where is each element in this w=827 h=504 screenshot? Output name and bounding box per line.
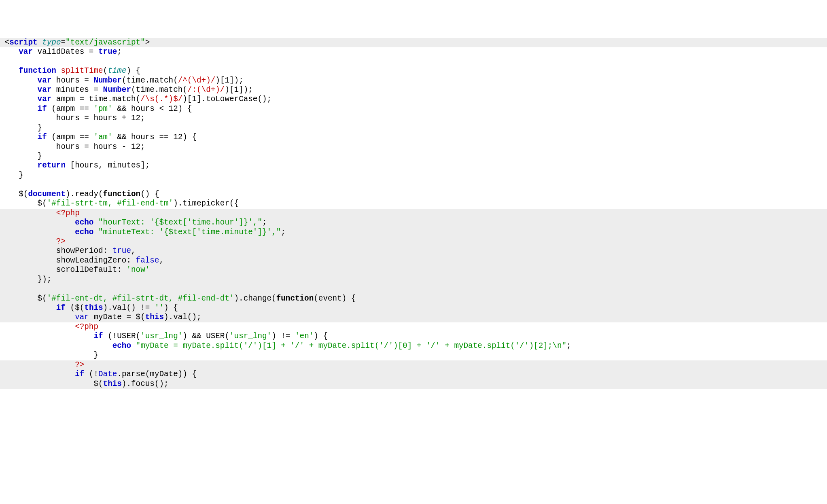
code-token [0,341,112,350]
code-token: } [0,152,42,161]
code-line: if ($(this).val() != '') { [0,303,827,313]
code-token: ).timepicker({ [173,199,239,208]
code-token [0,180,5,189]
code-token: var [38,85,52,94]
code-token: , [159,256,164,265]
code-token: ; [281,228,286,237]
code-token: $( [0,199,47,208]
code-line: hours = hours + 12; [0,114,827,123]
code-line: } [0,123,827,133]
code-line: return [hours, minutes]; [0,161,827,170]
code-token [0,228,75,237]
code-line: echo "myDate = myDate.split('/')[1] + '/… [0,341,827,351]
code-token: (!USER( [103,332,141,341]
code-token: (ampm == [47,133,94,142]
code-token: /^(\d+)/ [178,76,216,85]
code-token [0,66,19,75]
code-line: var minutes = Number(time.match(/:(\d+)/… [0,85,827,95]
code-token: true [98,47,117,56]
code-token: 'now' [126,265,150,274]
code-token: ?> [75,360,84,369]
code-line: } [0,351,827,360]
code-token [0,370,75,379]
code-token: [hours, minutes]; [66,161,150,170]
code-token: 'pm' [93,104,112,113]
code-token [0,237,56,246]
code-token: function [19,66,56,75]
code-token: } [0,351,98,360]
code-token [0,95,38,104]
code-line: $('#fil-strt-tm, #fil-end-tm').timepicke… [0,199,827,208]
code-token: if [75,370,84,379]
code-token: var [19,47,33,56]
code-token: ?> [56,237,66,246]
code-token: time [108,66,126,75]
code-token: (ampm == [47,104,94,113]
code-token [38,38,42,47]
code-line: ?> [0,237,827,246]
code-token: '#fil-ent-dt, #fil-strt-dt, #fil-end-dt' [47,294,234,303]
code-token: ) { [126,66,140,75]
code-token: /:(\d+)/ [187,85,225,94]
code-token: ; [117,47,122,56]
code-token: = [61,38,66,47]
code-line: $('#fil-ent-dt, #fil-strt-dt, #fil-end-d… [0,294,827,303]
code-token: ( [103,66,108,75]
code-token [93,228,98,237]
code-line: <?php [0,209,827,218]
code-token: ).val(); [164,313,201,322]
code-token: $( [0,294,47,303]
code-token: (! [84,370,98,379]
code-token: function [103,190,141,199]
code-token: if [38,104,47,113]
code-token: if [38,133,47,142]
code-token: && hours < 12) { [112,104,192,113]
code-token: ($( [66,303,84,312]
code-token: () { [140,190,159,199]
code-line: showPeriod: true, [0,246,827,256]
code-token: ampm = time.match( [51,95,140,104]
code-token: 'am' [93,133,112,142]
code-token: && hours == 12) { [112,133,197,142]
code-line: var validDates = true; [0,47,827,57]
code-token: )[1]); [215,76,243,85]
code-line: $(document).ready(function() { [0,190,827,199]
code-token: (time.match( [131,85,187,94]
code-token: /\s(.*)$/ [140,95,182,104]
code-token: Number [93,76,121,85]
code-token: ).focus(); [122,379,169,388]
code-token: var [38,76,52,85]
code-token: (event) { [314,294,356,303]
code-token: false [136,256,159,265]
code-line: var myDate = $(this).val(); [0,313,827,322]
code-token: ).change( [234,294,276,303]
code-token: ) { [314,332,328,341]
code-token: this [84,303,103,312]
code-token [0,313,75,322]
code-token: <?php [56,209,80,218]
code-line: } [0,171,827,180]
code-token: if [93,332,103,341]
code-token: script [9,38,37,47]
code-token: <?php [75,322,98,331]
code-token [0,284,5,293]
code-token: }); [0,275,51,284]
code-token: 'usr_lng' [229,332,271,341]
code-token: "hourText: '{$text['time.hour']}'," [98,218,262,227]
code-token [0,322,75,331]
code-token: echo [112,341,131,350]
code-line: if (!USER('usr_lng') && USER('usr_lng') … [0,332,827,341]
code-token: ) { [164,303,178,312]
code-line: var ampm = time.match(/\s(.*)$/)[1].toLo… [0,95,827,104]
code-token [0,76,38,85]
code-token [0,332,93,341]
code-token: Number [103,85,131,94]
code-token: 'usr_lng' [140,332,182,341]
code-token: if [56,303,66,312]
code-token [131,341,136,350]
code-token: < [0,38,9,47]
code-token: "text/javascript" [66,38,145,47]
code-token: hours = [51,76,93,85]
code-token: minutes = [51,85,103,94]
code-line: echo "hourText: '{$text['time.hour']}',"… [0,218,827,227]
